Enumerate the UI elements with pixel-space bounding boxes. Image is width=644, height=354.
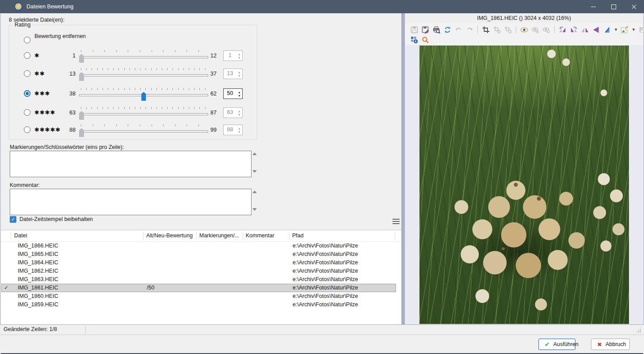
eye-icon[interactable] bbox=[520, 26, 528, 34]
rating-5-radio[interactable] bbox=[24, 126, 30, 133]
maximize-button[interactable] bbox=[603, 0, 624, 13]
preview-toolbar: ▼ ▼ bbox=[405, 23, 643, 45]
rotate-right-icon[interactable] bbox=[570, 26, 578, 34]
panel-splitter-handle[interactable] bbox=[392, 219, 400, 224]
row-path: e:\Archiv\Fotos\Natur\Pilze bbox=[293, 292, 396, 301]
print-preview-icon[interactable] bbox=[432, 26, 440, 34]
rating-4-slider[interactable] bbox=[79, 107, 208, 119]
column-separator bbox=[289, 232, 290, 240]
close-button[interactable] bbox=[624, 0, 644, 13]
row-rating: /50 bbox=[147, 284, 195, 292]
table-row[interactable]: IMG_1862.HEIC e:\Archiv\Fotos\Natur\Pilz… bbox=[1, 267, 396, 275]
column-header-markierungen[interactable]: Markierungen/... bbox=[199, 230, 239, 241]
rotate-left-icon[interactable] bbox=[559, 26, 567, 34]
spin-arrows-icon[interactable]: ▲▼ bbox=[236, 89, 242, 99]
crop-icon[interactable] bbox=[482, 26, 490, 34]
rating-1-radio[interactable] bbox=[24, 52, 30, 59]
rating-4-row: ✱✱✱✱ 63 87 63 ▲▼ bbox=[9, 105, 257, 120]
canvas-dropdown-icon[interactable]: ▼ bbox=[632, 27, 635, 32]
image-viewport bbox=[405, 45, 643, 324]
table-row[interactable]: IMG_1859.HEIC e:\Archiv\Fotos\Natur\Pilz… bbox=[1, 301, 396, 309]
spin-arrows-icon[interactable]: ▲▼ bbox=[236, 51, 242, 61]
column-header-datei[interactable]: Datei bbox=[14, 230, 27, 241]
spin-value: 50 bbox=[224, 89, 236, 99]
rating-3-slider[interactable] bbox=[79, 88, 208, 100]
table-row[interactable]: IMG_1866.HEIC e:\Archiv\Fotos\Natur\Pilz… bbox=[1, 242, 396, 250]
table-row[interactable]: IMG_1865.HEIC e:\Archiv\Fotos\Natur\Pilz… bbox=[1, 250, 396, 259]
save-icon[interactable] bbox=[410, 26, 418, 34]
undo-icon[interactable] bbox=[454, 26, 462, 34]
footer-bar: ✔ Ausführen ✖ Abbruch bbox=[0, 335, 644, 353]
rating-1-slider[interactable] bbox=[79, 50, 208, 62]
flip-horizontal-icon[interactable] bbox=[581, 26, 589, 34]
crop-cancel-icon[interactable] bbox=[504, 26, 512, 34]
spin-arrows-icon[interactable]: ▲▼ bbox=[236, 108, 242, 118]
spin-arrows-icon[interactable]: ▲▼ bbox=[236, 125, 242, 135]
crop-apply-icon[interactable] bbox=[493, 26, 501, 34]
slider-thumb[interactable] bbox=[141, 92, 146, 101]
slider-thumb[interactable] bbox=[79, 111, 84, 120]
column-header-kommentar[interactable]: Kommentar bbox=[246, 230, 274, 241]
resize-icon[interactable] bbox=[603, 26, 611, 34]
remove-rating-radio[interactable] bbox=[24, 37, 30, 43]
keywords-scroll-up-icon[interactable] bbox=[252, 152, 257, 155]
comment-scroll-down-icon[interactable] bbox=[252, 208, 257, 211]
slider-ticks bbox=[81, 124, 206, 126]
comment-input[interactable] bbox=[10, 189, 252, 215]
slider-thumb[interactable] bbox=[79, 54, 84, 63]
row-file: IMG_1860.HEIC bbox=[18, 292, 141, 301]
table-row-selected[interactable]: ✓ IMG_1861.HEIC /50 e:\Archiv\Fotos\Natu… bbox=[1, 284, 396, 292]
table-row[interactable]: IMG_1863.HEIC e:\Archiv\Fotos\Natur\Pilz… bbox=[1, 275, 396, 284]
keywords-scroll-down-icon[interactable] bbox=[252, 170, 257, 173]
rating-1-spinbox[interactable]: 1 ▲▼ bbox=[223, 50, 243, 61]
check-icon: ✔ bbox=[545, 341, 550, 348]
panel-divider[interactable] bbox=[401, 13, 405, 324]
rating-3-radio[interactable] bbox=[24, 90, 30, 97]
resize-grip[interactable] bbox=[636, 327, 641, 333]
slider-track bbox=[79, 56, 208, 58]
rating-3-row: ✱✱✱ 38 62 50 ▲▼ bbox=[9, 86, 257, 101]
rating-3-spinbox[interactable]: 50 ▲▼ bbox=[223, 88, 243, 99]
rating-4-radio[interactable] bbox=[24, 109, 30, 116]
keywords-input[interactable] bbox=[10, 151, 252, 177]
table-row[interactable]: IMG_1864.HEIC e:\Archiv\Fotos\Natur\Pilz… bbox=[1, 259, 396, 267]
timestamp-checkbox[interactable] bbox=[10, 216, 16, 223]
slider-thumb[interactable] bbox=[79, 72, 84, 81]
preview-photo bbox=[419, 46, 629, 324]
batch-icon[interactable] bbox=[410, 36, 418, 44]
row-check: ✓ bbox=[4, 284, 11, 292]
row-path: e:\Archiv\Fotos\Natur\Pilze bbox=[293, 250, 396, 259]
rating-2-spinbox[interactable]: 13 ▲▼ bbox=[223, 69, 243, 79]
cancel-button[interactable]: ✖ Abbruch bbox=[591, 339, 630, 350]
table-row[interactable]: IMG_1860.HEIC e:\Archiv\Fotos\Natur\Pilz… bbox=[1, 292, 396, 301]
minimize-button[interactable] bbox=[583, 0, 603, 13]
redo-icon[interactable] bbox=[465, 26, 473, 34]
rating-5-spinbox[interactable]: 88 ▲▼ bbox=[223, 125, 243, 135]
canvas-icon[interactable] bbox=[621, 26, 629, 34]
column-separator bbox=[11, 232, 11, 240]
refresh-icon[interactable] bbox=[443, 26, 451, 34]
column-header-pfad[interactable]: Pfad bbox=[292, 230, 304, 241]
slider-thumb[interactable] bbox=[79, 128, 84, 137]
toolbar-separator bbox=[554, 26, 555, 33]
spin-arrows-icon[interactable]: ▲▼ bbox=[236, 69, 242, 79]
toolbar-separator bbox=[477, 26, 478, 33]
resize-dropdown-icon[interactable]: ▼ bbox=[614, 27, 617, 32]
eye-cancel-icon[interactable] bbox=[542, 26, 550, 34]
rating-3-min: 38 bbox=[57, 91, 76, 97]
run-button[interactable]: ✔ Ausführen bbox=[538, 339, 575, 350]
rating-4-spinbox[interactable]: 63 ▲▼ bbox=[223, 107, 243, 118]
edit-save-icon[interactable] bbox=[421, 26, 429, 34]
rating-2-slider[interactable] bbox=[79, 68, 208, 80]
column-header-bewertung[interactable]: Alt/Neu-Bewertung bbox=[146, 230, 193, 241]
thumbnail-icon[interactable] bbox=[638, 26, 644, 34]
changed-rows-status: Geänderte Zeilen: 1/8 bbox=[4, 326, 57, 332]
comment-scroll-up-icon[interactable] bbox=[252, 190, 257, 193]
rating-2-radio[interactable] bbox=[24, 70, 30, 77]
eye-apply-icon[interactable] bbox=[531, 26, 539, 34]
rating-5-slider[interactable] bbox=[79, 124, 208, 137]
flip-vertical-icon[interactable] bbox=[592, 26, 600, 34]
magnifier-icon[interactable] bbox=[421, 36, 429, 44]
file-table: Datei Alt/Neu-Bewertung Markierungen/...… bbox=[1, 230, 401, 325]
rating-1-stars: ✱ bbox=[34, 52, 40, 59]
